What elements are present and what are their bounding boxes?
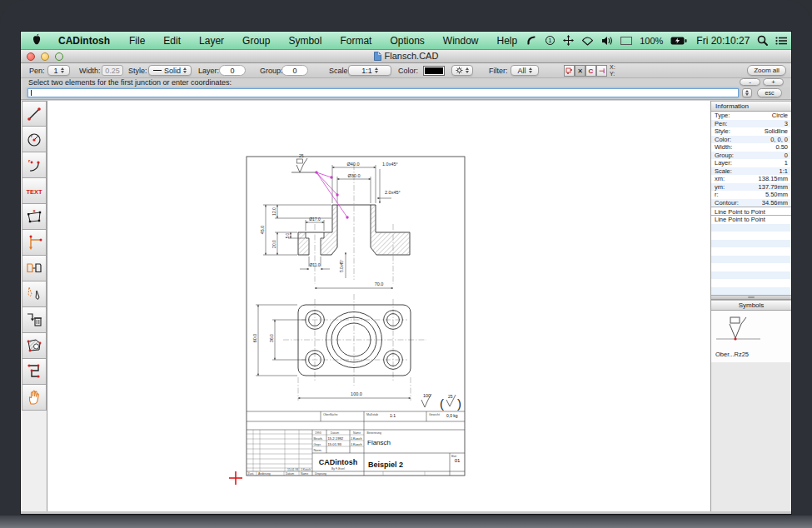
drawing-canvas[interactable]: Ø40.0 1.0x45° Ø30.0 2.0x45° Ø17.0 Ø11.0 … (47, 101, 710, 511)
command-input-row: esc (21, 87, 791, 100)
group-label: Group: (260, 67, 283, 75)
input-stepper[interactable] (742, 88, 752, 97)
german-flag-icon[interactable] (620, 37, 632, 45)
history-empty-row (711, 271, 791, 280)
group-field[interactable]: 0 (281, 65, 308, 76)
sheet-border (247, 157, 465, 476)
snap-intersection-toggle[interactable]: ✕ (575, 65, 585, 77)
svg-text:r: r (28, 158, 31, 163)
menu-bar: CADintosh File Edit Layer Group Symbol F… (21, 32, 791, 50)
symbols-header: Symbols (711, 300, 791, 311)
info-row: xm:138.15mm (711, 175, 791, 183)
history-item[interactable]: Line Point to Point (711, 216, 791, 224)
apple-menu[interactable] (21, 33, 48, 47)
pen-select[interactable]: 1 (47, 65, 70, 76)
hatch-tool[interactable] (22, 333, 47, 359)
dim-d11: Ø11.0 (309, 262, 320, 267)
tb-col-datum: Datum (331, 431, 339, 435)
tool-palette: r r TEXT x (21, 101, 47, 511)
polygon-tool[interactable]: x (22, 204, 47, 230)
snap-center-toggle[interactable]: C (585, 65, 596, 77)
color-label: Color: (398, 67, 418, 75)
history-empty-row (711, 224, 791, 232)
info-row: Contour:34.56mm (711, 199, 791, 207)
menu-options[interactable]: Options (381, 35, 433, 47)
apple-icon (31, 33, 42, 45)
scale-label: Scale: (329, 67, 350, 75)
tb-rev-name: J.Kusch (301, 468, 311, 471)
pen-settings-button[interactable] (451, 65, 473, 76)
copy-tool[interactable] (22, 256, 47, 281)
copy-tool-icon (25, 259, 43, 277)
menu-edit[interactable]: Edit (154, 35, 190, 47)
menu-window[interactable]: Window (434, 35, 488, 47)
x-coordinate-label: X: (610, 64, 615, 71)
edit-pen-tool[interactable] (22, 281, 47, 307)
move-crosshair-icon[interactable] (563, 35, 574, 46)
menu-file[interactable]: File (120, 35, 154, 47)
pan-tool[interactable] (22, 385, 47, 411)
style-select[interactable]: Solid (148, 65, 192, 76)
zoom-in-button[interactable]: + (763, 78, 784, 86)
window-titlebar[interactable]: Flansch.CAD (21, 50, 791, 63)
color-swatch[interactable] (423, 66, 445, 76)
tb-app-name: CADintosh (319, 458, 358, 466)
solid-line-glyph (153, 70, 162, 71)
list-menu-icon[interactable] (775, 36, 788, 46)
svg-text:x: x (32, 208, 36, 213)
layer-field[interactable]: 0 (219, 65, 246, 76)
menu-symbol[interactable]: Symbol (279, 35, 331, 47)
dim-h12: 12.0 (271, 207, 276, 216)
polygon-tool-icon: x (25, 207, 43, 226)
phone-icon[interactable] (526, 35, 537, 46)
width-field[interactable]: 0.25 (102, 65, 123, 76)
dim-chamfer5: 5.0x45° (340, 259, 344, 272)
ortho-dimension-tool[interactable] (22, 230, 47, 256)
tb-zust: Zust. (248, 472, 255, 476)
svg-text:): ) (457, 396, 461, 411)
window-title: Flansch.CAD (21, 51, 791, 62)
delete-tool-icon (25, 311, 43, 329)
delete-tool[interactable] (22, 307, 47, 333)
history-empty-row (711, 256, 791, 264)
arc-tool[interactable]: r (22, 152, 47, 178)
zoom-all-button[interactable]: Zoom all (747, 65, 786, 76)
esc-button[interactable]: esc (757, 88, 782, 97)
circle-tool[interactable]: r (22, 127, 47, 152)
menu-app-name[interactable]: CADintosh (48, 35, 120, 47)
scale-select[interactable]: 1:1 (348, 65, 391, 76)
menu-help[interactable]: Help (488, 35, 527, 47)
wifi-icon[interactable] (581, 36, 594, 46)
volume-icon[interactable] (601, 36, 613, 46)
tb-bearb-name: J.Kusch (351, 437, 362, 441)
crosshair-cursor (229, 471, 242, 485)
filter-select[interactable]: All (511, 65, 539, 76)
history-empty-row (711, 263, 791, 271)
menu-clock[interactable]: Fri 20:10:27 (696, 35, 750, 47)
info-row: Color:0, 0, 0 (711, 136, 791, 144)
dim-d40: Ø40.0 (347, 162, 360, 167)
history-empty-row (711, 240, 791, 248)
text-tool[interactable]: TEXT (22, 178, 47, 204)
snap-endpoint-toggle[interactable]: ⊣ (596, 65, 607, 77)
dim-d30: Ø30.0 (348, 173, 361, 178)
style-label: Style: (128, 67, 147, 75)
menu-format[interactable]: Format (331, 35, 381, 47)
polyline-tool[interactable] (22, 359, 47, 385)
battery-icon[interactable] (670, 37, 687, 45)
tb-gewicht-label: Gewicht (429, 413, 440, 416)
command-input[interactable] (27, 88, 739, 97)
circle-one-icon[interactable]: 1 (545, 35, 555, 46)
menu-group[interactable]: Group (233, 35, 279, 47)
line-tool[interactable] (22, 101, 47, 127)
menu-layer[interactable]: Layer (190, 35, 233, 47)
snap-points-toggle[interactable] (564, 65, 575, 77)
history-list[interactable]: Line Point to Point (711, 216, 791, 295)
spotlight-search-icon[interactable] (757, 35, 768, 46)
dim-h45: 45.0 (260, 226, 265, 235)
symbol-label[interactable]: Ober...Rz25 (715, 351, 749, 358)
zoom-out-button[interactable]: - (740, 78, 760, 86)
dim-h36: 36.0 (269, 334, 274, 342)
surface-symbol-thumbnail[interactable] (715, 314, 765, 347)
dim-h20: 20.0 (271, 240, 276, 248)
